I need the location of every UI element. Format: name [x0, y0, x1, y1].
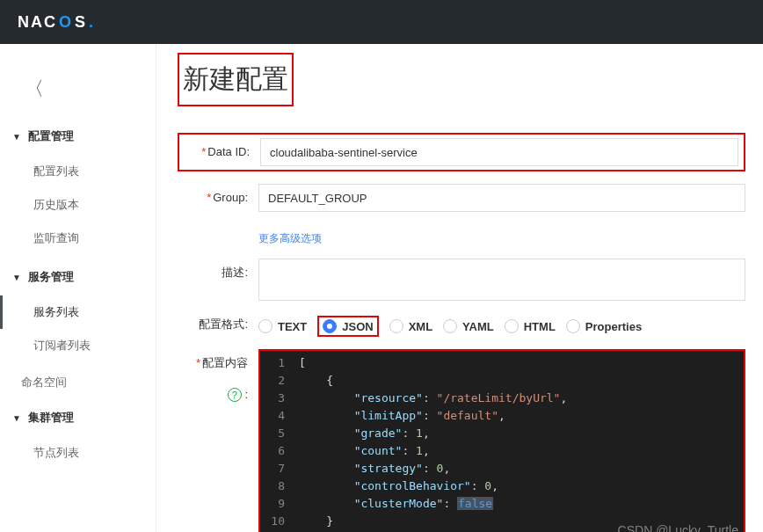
- label-data-id: *Data ID:: [185, 138, 260, 166]
- line-number: 10: [260, 513, 299, 530]
- data-id-input[interactable]: [260, 138, 738, 166]
- editor-line[interactable]: 5 "grade": 1,: [260, 425, 744, 442]
- main-content: 新建配置 *Data ID: *Group: 更多高级选项 描述: 配置格式: …: [156, 44, 763, 532]
- code-content: "resource": "/rateLimit/byUrl",: [299, 390, 567, 407]
- code-content: "grade": 1,: [299, 425, 430, 442]
- radio-icon: [566, 319, 580, 333]
- line-number: 4: [260, 407, 299, 425]
- editor-line[interactable]: 8 "controlBehavior": 0,: [260, 477, 744, 495]
- label-format: 配置格式:: [178, 316, 258, 333]
- advanced-options-link[interactable]: 更多高级选项: [258, 224, 322, 246]
- group-input[interactable]: [258, 184, 745, 212]
- line-number: 8: [260, 477, 299, 495]
- line-number: 7: [260, 460, 299, 477]
- code-content: [: [299, 354, 306, 372]
- sidebar-item-namespace[interactable]: 命名空间: [0, 366, 156, 399]
- editor-line[interactable]: 3 "resource": "/rateLimit/byUrl",: [260, 390, 744, 407]
- radio-icon: [323, 319, 337, 333]
- help-icon[interactable]: ?: [228, 388, 242, 402]
- sidebar-item-history[interactable]: 历史版本: [0, 188, 156, 222]
- sidebar-item-config-list[interactable]: 配置列表: [0, 155, 156, 188]
- radio-icon: [505, 319, 519, 333]
- caret-down-icon: ▼: [12, 132, 21, 142]
- editor-line[interactable]: 1[: [260, 354, 744, 372]
- format-radio-yaml[interactable]: YAML: [443, 319, 494, 333]
- editor-line[interactable]: 9 "clusterMode": false: [260, 495, 744, 513]
- radio-icon: [258, 319, 272, 333]
- radio-icon: [443, 319, 457, 333]
- radio-label: TEXT: [278, 320, 307, 333]
- sidebar-item-subscribers[interactable]: 订阅者列表: [0, 329, 156, 362]
- radio-label: YAML: [462, 320, 494, 333]
- logo: NACOS.: [18, 13, 95, 32]
- editor-line[interactable]: 7 "strategy": 0,: [260, 460, 744, 477]
- line-number: 3: [260, 390, 299, 407]
- radio-label: Properties: [585, 320, 642, 333]
- sidebar-item-node-list[interactable]: 节点列表: [0, 436, 156, 470]
- radio-icon: [389, 319, 403, 333]
- format-radio-text[interactable]: TEXT: [258, 319, 307, 333]
- radio-label: HTML: [524, 320, 556, 333]
- format-radio-xml[interactable]: XML: [389, 319, 432, 333]
- line-number: 9: [260, 495, 299, 513]
- line-number: 2: [260, 372, 299, 390]
- sidebar-group-config[interactable]: ▼ 配置管理: [0, 118, 156, 155]
- caret-down-icon: ▼: [12, 413, 21, 423]
- code-editor[interactable]: 1[2 {3 "resource": "/rateLimit/byUrl",4 …: [258, 349, 745, 532]
- desc-input[interactable]: [258, 259, 745, 301]
- code-content: }: [299, 513, 333, 530]
- watermark: CSDN @Lucky_Turtle: [618, 521, 738, 532]
- app-header: NACOS.: [0, 0, 763, 44]
- editor-line[interactable]: 4 "limitApp": "default",: [260, 407, 744, 425]
- line-number: 1: [260, 354, 299, 372]
- code-content: "controlBehavior": 0,: [299, 477, 498, 495]
- format-radio-json[interactable]: JSON: [317, 316, 378, 337]
- code-content: "strategy": 0,: [299, 460, 450, 477]
- caret-down-icon: ▼: [12, 273, 21, 282]
- sidebar-group-cluster[interactable]: ▼ 集群管理: [0, 399, 156, 436]
- radio-label: XML: [409, 320, 432, 333]
- code-content: "clusterMode": false: [299, 495, 493, 513]
- menu-title-label: 服务管理: [28, 269, 74, 285]
- sidebar-item-listener[interactable]: 监听查询: [0, 222, 156, 255]
- sidebar-group-service[interactable]: ▼ 服务管理: [0, 259, 156, 295]
- line-number: 5: [260, 425, 299, 442]
- code-content: {: [299, 372, 333, 390]
- label-desc: 描述:: [178, 259, 258, 287]
- sidebar-item-service-list[interactable]: 服务列表: [0, 295, 156, 329]
- sidebar: 〈 ▼ 配置管理 配置列表 历史版本 监听查询 ▼ 服务管理 服务列表 订阅者列…: [0, 44, 156, 532]
- code-content: "count": 1,: [299, 442, 430, 460]
- back-button[interactable]: 〈: [0, 70, 156, 118]
- format-radio-html[interactable]: HTML: [505, 319, 556, 333]
- code-content: "limitApp": "default",: [299, 407, 505, 425]
- editor-line[interactable]: 2 {: [260, 372, 744, 390]
- format-radio-properties[interactable]: Properties: [566, 319, 642, 333]
- editor-line[interactable]: 6 "count": 1,: [260, 442, 744, 460]
- menu-title-label: 集群管理: [28, 410, 74, 426]
- page-title: 新建配置: [178, 53, 294, 106]
- label-content: *配置内容 ? :: [178, 349, 258, 409]
- radio-label: JSON: [342, 320, 373, 333]
- label-group: *Group:: [178, 184, 258, 212]
- line-number: 6: [260, 442, 299, 460]
- menu-title-label: 配置管理: [28, 128, 74, 144]
